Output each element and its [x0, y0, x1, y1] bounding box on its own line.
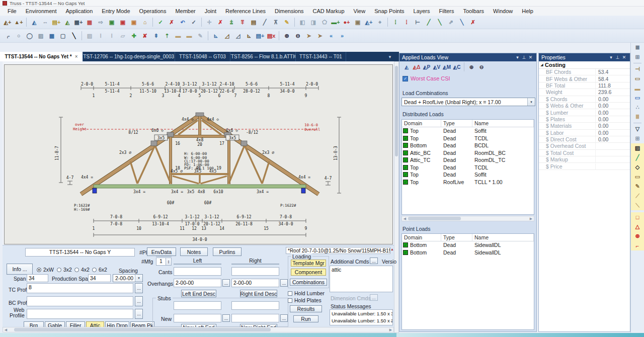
brace2-icon[interactable]: ◿	[221, 31, 232, 41]
rect-hatch-icon[interactable]: ▨	[35, 31, 46, 41]
envdata-button[interactable]: EnvData	[147, 247, 176, 256]
distributed-load-row[interactable]: ✓ Top Dead TCDL	[402, 135, 534, 142]
property-row[interactable]: $ Lumber 0.00	[539, 109, 630, 116]
overhang-left-field[interactable]: 2-00-00	[174, 279, 221, 287]
combinations-button[interactable]: Combinations	[290, 279, 327, 286]
accept-icon[interactable]: ✓	[155, 17, 166, 28]
tab-close-icon[interactable]	[72, 54, 78, 59]
panel-menu-icon[interactable]: ▾	[514, 55, 521, 60]
production-span-field[interactable]: 34	[88, 274, 111, 282]
beam-filter-icon[interactable]: ⟋	[632, 191, 642, 201]
match-width-icon[interactable]: ⇔	[40, 17, 51, 28]
tab-ttst-8256[interactable]: TTST-8256 -- Flow 8.1.b.ATTIC	[230, 52, 296, 61]
al-shear-icon[interactable]: ◭V	[432, 62, 442, 71]
drawing-vscrollbar[interactable]	[394, 61, 399, 333]
status-scroll-down-icon[interactable]: ▼	[390, 320, 393, 323]
worst-case-csi-checkbox[interactable]: ✓ Worst Case CSI	[403, 75, 450, 81]
property-row[interactable]: $ Direct Cost 0.00	[539, 136, 630, 143]
purlins-button[interactable]: Purlins	[213, 247, 242, 256]
pan2-icon[interactable]: ➤	[314, 31, 326, 41]
plank-icon[interactable]: ▬	[173, 31, 184, 41]
additional-cmds-browse-button[interactable]: ...	[370, 258, 378, 264]
export-xml-icon[interactable]: ▣	[106, 17, 117, 28]
cants-left-field[interactable]	[174, 267, 221, 276]
export-home-icon[interactable]: ⌂	[139, 17, 150, 28]
load-enabled-check-icon[interactable]: ✓	[403, 136, 408, 141]
pan-icon[interactable]: ➤	[303, 31, 314, 41]
lumber-6x2-radio[interactable]: 6x2	[92, 267, 107, 273]
send-icon[interactable]: ⇨	[95, 17, 106, 28]
distributed-load-row[interactable]: ✓ Attic_TC Dead RoomDL_TC	[402, 156, 534, 164]
menu-item[interactable]: CAD Markup	[308, 7, 349, 15]
menu-item[interactable]: Dimensions	[270, 7, 308, 15]
tab-ttst-13443[interactable]: TTST-13443 -- T01	[296, 52, 346, 61]
add-note-icon[interactable]: ▤+	[51, 17, 62, 28]
distributed-load-row[interactable]: ✓ Top Dead Soffit	[402, 171, 534, 179]
menu-item[interactable]: Environment	[21, 7, 61, 15]
distributed-load-row[interactable]: ✓ Attic_BC Dead RoomDL_BC	[402, 149, 534, 157]
property-row[interactable]: $ Plates 0.00	[539, 116, 630, 123]
commit-icon[interactable]: ✓	[188, 17, 199, 28]
add-under-icon[interactable]: ✚	[128, 31, 139, 41]
layers-icon[interactable]: ≣	[632, 43, 642, 52]
table-grid-icon[interactable]: ▦	[46, 31, 57, 41]
hold-lumber-checkbox[interactable]: Hold Lumber	[288, 290, 325, 296]
results-button[interactable]: Results	[290, 305, 322, 312]
menu-item[interactable]: Toolbars	[459, 7, 489, 15]
add-member-icon[interactable]: ▲+	[13, 17, 24, 28]
load-enabled-check-icon[interactable]: ✓	[403, 172, 408, 177]
menu-item[interactable]: Window	[489, 7, 517, 15]
line-filter-icon[interactable]: ╱	[632, 153, 642, 162]
al-moment-icon[interactable]: ◭M	[442, 62, 452, 71]
point-add-icon[interactable]: ●+	[341, 17, 352, 28]
grid-filter-icon[interactable]: ⊞	[632, 134, 642, 143]
cursor-box-icon[interactable]: ⌖	[374, 17, 385, 28]
brace1-icon[interactable]: ⊾	[210, 31, 221, 41]
line-del-icon[interactable]: ╲	[68, 31, 79, 41]
lumber-filter-icon[interactable]: ▭	[632, 172, 642, 182]
close-icon[interactable]: ✕	[527, 55, 534, 60]
truss-green-icon[interactable]: ◭	[62, 17, 73, 28]
refline-v1-icon[interactable]: ⦙	[390, 17, 401, 28]
span-field[interactable]: 34	[27, 274, 48, 282]
bottom-chord[interactable]	[94, 185, 306, 188]
property-row[interactable]: $ Webs & Other 0.00	[539, 103, 630, 109]
menu-item[interactable]: Joint	[200, 7, 221, 15]
menu-item[interactable]: Application	[61, 7, 98, 15]
truss-up-icon[interactable]: ◭	[29, 17, 40, 28]
web-member[interactable]	[262, 161, 269, 184]
stub-right-field[interactable]	[231, 301, 279, 310]
additional-cmds-textarea[interactable]: attic	[330, 266, 393, 292]
lumber-4x2-radio[interactable]: 4x2	[74, 267, 90, 273]
refline-d1-icon[interactable]: ╱	[423, 17, 434, 28]
dimension-cmds-browse-button[interactable]: ...	[370, 294, 378, 301]
refline-v2-icon[interactable]: ⦙	[401, 17, 412, 28]
ibeam2-icon[interactable]: Ⅰ	[106, 31, 117, 41]
reject-icon[interactable]: ✗	[166, 17, 177, 28]
property-row[interactable]: $ Price	[539, 163, 630, 170]
move-joint-icon[interactable]: ✛	[204, 17, 215, 28]
al-zoom-out-icon[interactable]: ⊖	[476, 62, 487, 71]
truss-name-field[interactable]: TTST-13544 -- No Gaps Y	[25, 248, 135, 257]
new-stub-right-browse-button[interactable]: ...	[280, 314, 288, 322]
lift-icon[interactable]: ⇞	[150, 31, 162, 41]
member-icon[interactable]: ▭	[632, 74, 642, 83]
menu-item[interactable]: File	[3, 7, 21, 15]
new-stub-left-browse-button[interactable]: ...	[222, 314, 230, 322]
al-zoom-in-icon[interactable]: ⊕	[466, 62, 476, 71]
rect-icon[interactable]: ▢	[57, 31, 68, 41]
al-loads-icon[interactable]: ◭	[401, 62, 412, 71]
hold-plates-checkbox[interactable]: Hold Plates	[288, 297, 321, 303]
left-column-header[interactable]: Left	[174, 258, 221, 265]
menu-item[interactable]: View	[349, 7, 370, 15]
delete-icon[interactable]: ✗	[215, 17, 226, 28]
dim-tool-icon[interactable]: ⊼	[270, 17, 281, 28]
property-row[interactable]: $ Total Cost	[539, 150, 630, 156]
property-row[interactable]: Weight 239.6	[539, 89, 630, 96]
joint-tree-icon[interactable]: ∴	[632, 103, 642, 112]
panel-left-icon[interactable]: ◧	[297, 17, 308, 28]
truss-drawing-canvas[interactable]: 2-0-0 5-11-4 5-6-6 2-4-10 3-1-12 3-1-12 …	[4, 64, 393, 244]
menu-item[interactable]: Operations	[135, 7, 171, 15]
add-truss-icon[interactable]: ◭+	[2, 17, 13, 28]
point-load-row[interactable]: ✓ Bottom Dead SidewallDL	[402, 241, 534, 249]
